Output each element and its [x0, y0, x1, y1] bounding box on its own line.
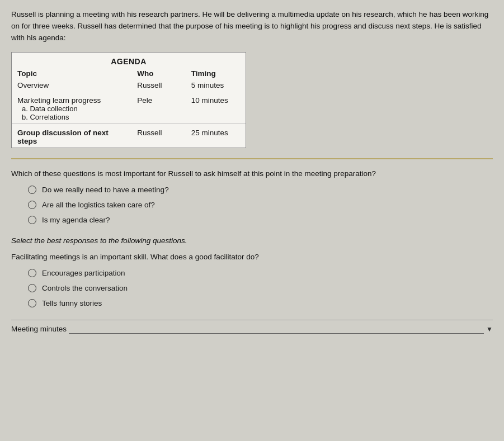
agenda-row-marketing: Marketing learn progress a. Data collect… — [12, 94, 246, 124]
agenda-box: AGENDA Topic Who Timing Overview Russell… — [11, 52, 246, 148]
radio-circle-3[interactable] — [28, 216, 36, 224]
agenda-topic-marketing: Marketing learn progress a. Data collect… — [12, 94, 131, 124]
option-controls-label: Controls the conversation — [42, 284, 128, 292]
meeting-minutes-underline — [69, 325, 484, 334]
option-tells-stories[interactable]: Tells funny stories — [28, 299, 493, 307]
agenda-table: Topic Who Timing Overview Russell 5 minu… — [12, 68, 246, 148]
agenda-sub-item-b: b. Correlations — [17, 113, 69, 121]
agenda-timing-marketing: 10 minutes — [186, 94, 246, 124]
question1-section: Which of these questions is most importa… — [11, 169, 493, 224]
agenda-who-discussion: Russell — [131, 124, 185, 148]
agenda-col-who-header: Who — [131, 68, 185, 79]
option-logistics[interactable]: Are all the logistics taken care of? — [28, 201, 493, 209]
meeting-minutes-label: Meeting minutes — [11, 325, 67, 333]
section2-instruction: Select the best responses to the followi… — [11, 236, 493, 245]
agenda-timing-discussion: 25 minutes — [186, 124, 246, 148]
radio-circle-4[interactable] — [28, 269, 36, 277]
radio-circle-2[interactable] — [28, 201, 36, 209]
facilitator-question: Facilitating meetings is an important sk… — [11, 253, 493, 261]
section-divider — [11, 158, 493, 159]
option-meeting-needed[interactable]: Do we really need to have a meeting? — [28, 186, 493, 194]
option-tells-stories-label: Tells funny stories — [42, 299, 102, 307]
radio-circle-6[interactable] — [28, 299, 36, 307]
radio-circle-5[interactable] — [28, 284, 36, 292]
agenda-who-marketing: Pele — [131, 94, 185, 124]
agenda-col-timing-header: Timing — [186, 68, 246, 79]
agenda-row-overview: Overview Russell 5 minutes — [12, 79, 246, 94]
agenda-topic-discussion: Group discussion of next steps — [12, 124, 131, 148]
agenda-col-topic-header: Topic — [12, 68, 131, 79]
agenda-sub-item-a: a. Data collection — [17, 105, 78, 113]
option-logistics-label: Are all the logistics taken care of? — [42, 201, 155, 209]
radio-circle-1[interactable] — [28, 186, 36, 194]
option-controls[interactable]: Controls the conversation — [28, 284, 493, 292]
dropdown-arrow-icon[interactable]: ▼ — [486, 325, 493, 333]
agenda-header-row: Topic Who Timing — [12, 68, 246, 79]
option-agenda-clear[interactable]: Is my agenda clear? — [28, 216, 493, 224]
option-agenda-clear-label: Is my agenda clear? — [42, 216, 110, 224]
agenda-topic-overview: Overview — [12, 79, 131, 94]
option-encourages-label: Encourages participation — [42, 269, 125, 277]
agenda-timing-overview: 5 minutes — [186, 79, 246, 94]
intro-paragraph: Russell is planning a meeting with his r… — [11, 9, 493, 44]
agenda-title: AGENDA — [12, 53, 246, 68]
agenda-row-discussion: Group discussion of next steps Russell 2… — [12, 124, 246, 148]
agenda-who-overview: Russell — [131, 79, 185, 94]
agenda-topic-marketing-main: Marketing learn progress — [17, 96, 101, 105]
option-encourages[interactable]: Encourages participation — [28, 269, 493, 277]
meeting-minutes-row: Meeting minutes ▼ — [11, 320, 493, 334]
section2: Select the best responses to the followi… — [11, 236, 493, 307]
option-meeting-needed-label: Do we really need to have a meeting? — [42, 186, 169, 194]
question1-text: Which of these questions is most importa… — [11, 169, 493, 178]
